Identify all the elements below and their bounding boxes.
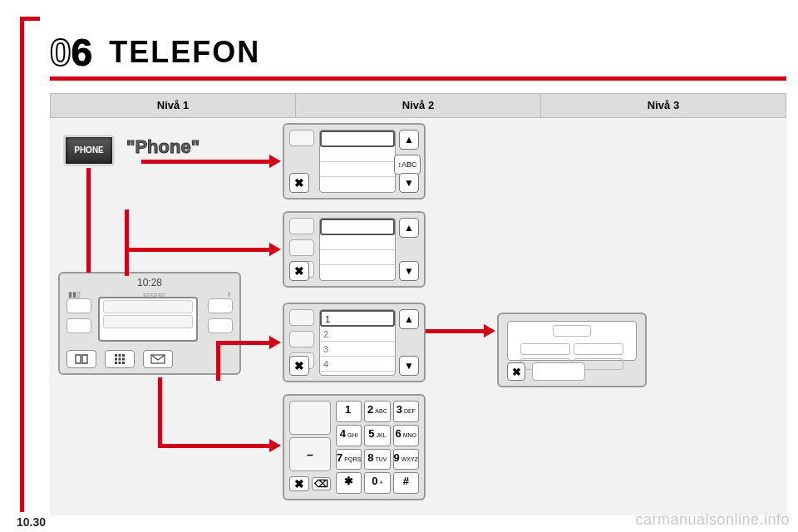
arrow [125,248,271,252]
svg-rect-8 [122,362,125,364]
tab[interactable] [289,309,314,326]
key-0[interactable]: 0+ [364,472,390,494]
tab[interactable] [289,331,314,347]
close-button[interactable]: ✖ [289,261,309,281]
chapter-number-main: 6 [71,31,93,74]
messages-icon[interactable] [143,350,173,368]
detail-fields [507,321,637,361]
left-softkey-1[interactable] [66,298,91,313]
dash-key[interactable]: – [289,437,331,471]
level-3-header: Nivå 3 [541,94,786,117]
scroll-up-button[interactable]: ▲ [399,130,419,150]
backspace-button[interactable]: ⌫ [312,477,332,490]
arrow [125,209,129,276]
contacts-list [319,130,396,193]
field [553,325,591,337]
close-button[interactable]: ✖ [507,362,525,381]
message-detail-panel: ✖ [497,313,647,387]
page-title: TELEFON [109,35,260,70]
title-row: 06 TELEFON [50,30,260,75]
close-button[interactable]: ✖ [289,173,309,193]
phone-label: "Phone" [126,136,200,158]
list-item[interactable]: 1 [320,310,395,327]
list-item[interactable] [320,147,395,162]
key-star[interactable]: ✱ [336,472,362,494]
messages-list: 1 2 3 4 [319,309,396,376]
close-button[interactable]: ✖ [289,356,309,376]
screen-row [103,300,193,313]
left-tabs [289,130,314,146]
key-2[interactable]: 2ABC [364,401,390,422]
key-4[interactable]: 4GHI [336,425,362,446]
watermark: carmanualsonline.info [635,511,790,529]
content-area: PHONE "Phone" 10:28 ▮▮▯ ▭▭▭ ᚼ [50,118,786,515]
tab[interactable] [289,239,314,256]
key-hash[interactable]: # [393,472,419,494]
svg-rect-5 [122,358,125,361]
svg-rect-1 [119,354,121,357]
close-button[interactable]: ✖ [289,476,309,491]
display-field [289,401,331,435]
screen-row [103,315,193,328]
list-item[interactable] [320,162,395,177]
scroll-up-button[interactable]: ▲ [399,309,419,329]
abc-label: ABC [401,160,417,169]
list-item[interactable]: 2 [320,327,395,342]
key-7[interactable]: 7PQRS [336,449,362,470]
keypad-left-column: – ✖ ⌫ [289,401,331,494]
dial-keypad-panel: – ✖ ⌫ 1 2ABC 3DEF 4GHI 5JKL 6MNO 7PQRS 8… [283,394,426,500]
list-item[interactable]: 3 [320,342,395,357]
key-3[interactable]: 3DEF [393,401,419,422]
bottom-button-row [66,350,173,368]
key-6[interactable]: 6MNO [393,425,419,446]
arrow [141,160,271,164]
arrow-head-icon [269,336,281,349]
arrow [158,377,162,446]
red-bracket-decoration [20,17,40,512]
bluetooth-icon: ᚼ [227,290,231,298]
scroll-down-button[interactable]: ▼ [399,356,419,376]
key-9[interactable]: 9WXYZ [393,449,419,470]
list-item[interactable]: 4 [320,357,395,372]
abc-sort-button[interactable]: ↕ABC [394,155,421,175]
field [520,343,570,355]
page: 06 TELEFON Nivå 1 Nivå 2 Nivå 3 PHONE "P… [0,0,798,532]
arrow-head-icon [484,324,495,337]
phone-hardware-button[interactable]: PHONE [63,135,115,166]
head-unit-screen [98,297,198,342]
phonebook-icon[interactable] [66,350,96,368]
key-8[interactable]: 8TUV [364,449,390,470]
right-softkey-2[interactable] [208,318,233,333]
level-1-header: Nivå 1 [51,94,296,117]
arrow [158,444,271,448]
left-softkeys [66,298,91,338]
key-5[interactable]: 5JKL [364,425,390,446]
key-1[interactable]: 1 [336,401,362,422]
list-item[interactable] [320,250,395,265]
clock: 10:28 [60,277,239,288]
scroll-down-button[interactable]: ▼ [399,173,419,193]
chapter-number-leading: 0 [50,31,71,74]
title-underline [50,76,786,81]
tab[interactable] [289,218,314,234]
scroll-up-button[interactable]: ▲ [399,218,419,238]
svg-rect-2 [122,354,125,357]
left-softkey-2[interactable] [66,318,91,333]
arrow [216,341,271,345]
tab[interactable] [289,130,314,146]
right-softkey-1[interactable] [208,298,233,313]
list-item[interactable] [320,131,395,147]
arrow-head-icon [269,243,281,256]
list-item[interactable] [320,235,395,250]
keypad-icon[interactable] [105,350,135,368]
action-button[interactable] [532,362,585,381]
chapter-number: 06 [50,30,92,75]
svg-rect-0 [115,354,117,357]
arrow [216,341,220,381]
call-log-panel: ✖ ▲ ▼ [283,211,426,288]
svg-rect-3 [115,358,117,361]
svg-rect-4 [119,358,121,361]
list-item[interactable] [320,219,395,235]
head-unit: 10:28 ▮▮▯ ▭▭▭ ᚼ [58,272,241,375]
scroll-down-button[interactable]: ▼ [399,261,419,281]
